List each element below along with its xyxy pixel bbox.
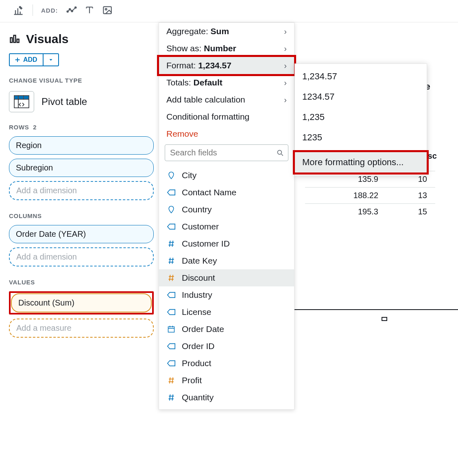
format-option-1[interactable]: 1234.57 [295, 87, 427, 107]
field-item-industry[interactable]: Industry [159, 286, 294, 304]
rows-header: Rows 2 [9, 124, 154, 131]
svg-rect-8 [17, 39, 19, 42]
svg-rect-17 [168, 327, 174, 332]
resize-handle[interactable] [382, 317, 387, 321]
format-submenu: 1,234.57 1234.57 1,235 1235 More formatt… [294, 63, 427, 176]
chevron-right-icon: › [284, 27, 287, 36]
pane-title: Visuals [26, 32, 69, 46]
visual-type-selector[interactable] [9, 91, 34, 112]
tag-icon [166, 307, 176, 317]
svg-rect-4 [103, 7, 111, 13]
field-item-country[interactable]: Country [159, 201, 294, 218]
columns-group: Columns Order Date (YEAR) Add a dimensio… [9, 212, 154, 266]
tag-icon [166, 341, 176, 351]
add-visual-dropdown[interactable] [44, 54, 58, 66]
search-fields-input[interactable] [170, 148, 273, 157]
field-item-city[interactable]: City [159, 167, 294, 184]
columns-pill-orderdate[interactable]: Order Date (YEAR) [9, 225, 154, 243]
field-item-quantity[interactable]: Quantity [159, 389, 294, 406]
format-more-options[interactable]: More formatting options... [295, 152, 427, 172]
hash-icon [166, 376, 176, 385]
bg-data-table: 135.910 188.2213 195.315 [305, 171, 435, 220]
values-add-measure[interactable]: Add a measure [9, 319, 154, 338]
chevron-right-icon: › [284, 95, 287, 105]
tag-icon [166, 358, 176, 368]
visuals-icon [9, 33, 21, 45]
rows-pill-subregion[interactable]: Subregion [9, 159, 154, 177]
add-text-icon[interactable] [83, 4, 96, 16]
field-list: CityContact NameCountryCustomerCustomer … [159, 164, 294, 406]
field-item-order-id[interactable]: Order ID [159, 338, 294, 355]
field-item-profit[interactable]: Profit [159, 372, 294, 389]
svg-rect-14 [19, 96, 23, 99]
field-item-label: Country [182, 205, 212, 214]
svg-point-1 [69, 9, 70, 10]
add-visual-button-group: ADD [9, 53, 59, 66]
values-header: Values [9, 279, 154, 286]
add-line-chart-icon[interactable] [65, 4, 78, 16]
cal-icon [166, 324, 176, 334]
bg-cell: 15 [386, 203, 435, 220]
ctx-totals[interactable]: Totals: Default › [159, 74, 294, 91]
toolbar-divider [33, 4, 33, 16]
geo-icon [166, 205, 176, 214]
search-icon [276, 149, 284, 157]
ctx-add-calculation[interactable]: Add table calculation › [159, 91, 294, 108]
rows-pill-region[interactable]: Region [9, 136, 154, 155]
geo-icon [166, 170, 176, 180]
chart-edit-icon[interactable] [12, 4, 24, 16]
ctx-format[interactable]: Format: 1,234.57 › [159, 57, 294, 74]
field-item-customer-id[interactable]: Customer ID [159, 235, 294, 252]
svg-rect-7 [14, 35, 16, 43]
tag-icon [166, 290, 176, 300]
svg-rect-6 [11, 38, 13, 43]
field-item-label: Order Date [182, 324, 224, 334]
format-option-2[interactable]: 1,235 [295, 107, 427, 127]
svg-point-3 [75, 7, 76, 8]
add-image-icon[interactable] [101, 4, 113, 16]
field-item-label: City [182, 170, 196, 180]
field-item-label: Discount [182, 273, 215, 283]
format-option-0[interactable]: 1,234.57 [295, 66, 427, 87]
format-option-3[interactable]: 1235 [295, 127, 427, 148]
values-group: Values Discount (Sum) Add a measure [9, 279, 154, 338]
field-item-label: Quantity [182, 393, 214, 402]
change-visual-type-label: Change visual type [9, 77, 154, 84]
chevron-right-icon: › [284, 61, 287, 70]
hash-icon [166, 393, 176, 402]
field-item-date-key[interactable]: Date Key [159, 252, 294, 269]
bg-cell: 195.3 [305, 203, 386, 220]
ctx-conditional-formatting[interactable]: Conditional formatting [159, 108, 294, 125]
ctx-format-highlight: Format: 1,234.57 › [157, 55, 296, 76]
field-item-label: Date Key [182, 256, 217, 266]
tag-icon [166, 222, 176, 231]
field-item-label: Product [182, 358, 211, 368]
bg-cell: 188.22 [305, 187, 386, 203]
search-fields-box[interactable] [165, 144, 288, 161]
field-item-contact-name[interactable]: Contact Name [159, 184, 294, 201]
field-item-order-date[interactable]: Order Date [159, 321, 294, 338]
ctx-show-as[interactable]: Show as: Number › [159, 40, 294, 57]
field-item-label: Profit [182, 376, 202, 385]
columns-add-dimension[interactable]: Add a dimension [9, 247, 154, 266]
toolbar-add-label: ADD: [41, 7, 58, 14]
values-pill-discount[interactable]: Discount (Sum) [11, 293, 152, 312]
hash-icon [166, 239, 176, 249]
chevron-right-icon: › [284, 44, 287, 53]
svg-point-2 [71, 10, 72, 11]
field-item-license[interactable]: License [159, 304, 294, 321]
hash-icon [166, 273, 176, 283]
field-item-discount[interactable]: Discount [159, 269, 294, 286]
field-item-label: Contact Name [182, 188, 236, 197]
field-item-product[interactable]: Product [159, 355, 294, 372]
resize-guide [293, 309, 458, 313]
field-item-label: License [182, 307, 211, 317]
field-item-label: Customer [182, 222, 219, 231]
add-visual-button[interactable]: ADD [10, 54, 44, 66]
rows-add-dimension[interactable]: Add a dimension [9, 181, 154, 200]
field-context-menu: Aggregate: Sum › Show as: Number › Forma… [159, 22, 294, 410]
chevron-right-icon: › [284, 78, 287, 87]
field-item-customer[interactable]: Customer [159, 218, 294, 235]
ctx-remove[interactable]: Remove [159, 125, 294, 144]
ctx-aggregate[interactable]: Aggregate: Sum › [159, 23, 294, 40]
